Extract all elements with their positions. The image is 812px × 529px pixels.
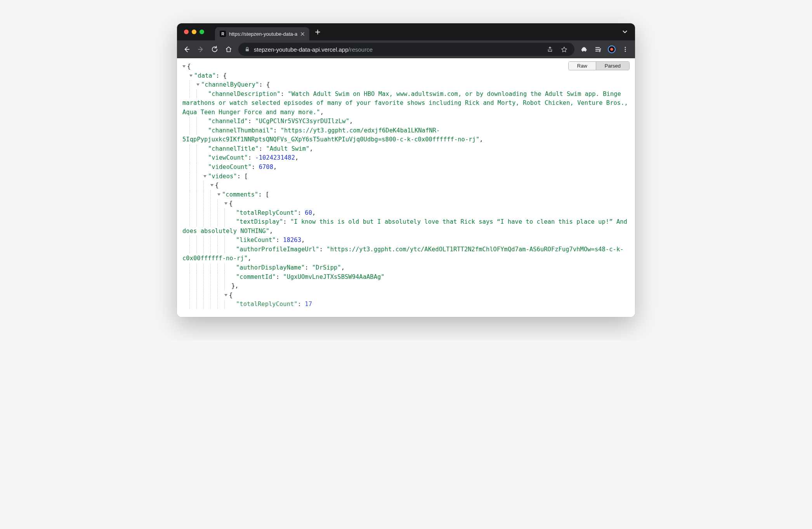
overflow-menu-icon[interactable] (621, 45, 630, 54)
window-titlebar: R https://stepzen-youtube-data-a (177, 23, 635, 40)
json-line[interactable]: "channelId": "UCgPClNr5VSYC3syrDUIlzLw", (182, 117, 630, 126)
json-line[interactable]: }, (182, 282, 630, 291)
profile-avatar[interactable] (608, 45, 616, 53)
json-line[interactable]: "channelThumbnail": "https://yt3.ggpht.c… (182, 126, 630, 144)
reload-button[interactable] (210, 45, 219, 54)
view-toggle-raw[interactable]: Raw (569, 62, 596, 70)
browser-toolbar: stepzen-youtube-data-api.vercel.app/reso… (177, 40, 635, 58)
back-button[interactable] (182, 45, 191, 54)
window-minimize-button[interactable] (192, 30, 196, 34)
new-tab-button[interactable] (315, 29, 321, 35)
json-line[interactable]: "authorProfileImageUrl": "https://yt3.gg… (182, 245, 630, 263)
json-line[interactable]: "viewCount": -1024231482, (182, 153, 630, 163)
json-line[interactable]: "data": { (182, 71, 630, 81)
window-traffic-lights (184, 30, 204, 34)
json-line[interactable]: "textDisplay": "I know this is old but I… (182, 218, 630, 236)
json-viewer[interactable]: { "data": { "channelByQuery": { "channel… (177, 58, 635, 317)
view-toggle: Raw Parsed (568, 61, 630, 70)
share-icon[interactable] (546, 45, 554, 54)
svg-rect-0 (246, 49, 249, 51)
home-button[interactable] (224, 45, 233, 54)
tab-close-icon[interactable] (300, 32, 305, 36)
json-line[interactable]: "channelByQuery": { (182, 80, 630, 90)
view-toggle-parsed[interactable]: Parsed (596, 62, 629, 70)
json-line[interactable]: "likeCount": 18263, (182, 236, 630, 245)
address-bar[interactable]: stepzen-youtube-data-api.vercel.app/reso… (238, 43, 574, 56)
window-close-button[interactable] (184, 30, 189, 34)
tab-favicon: R (220, 31, 226, 37)
svg-point-3 (625, 51, 626, 52)
browser-tab[interactable]: R https://stepzen-youtube-data-a (215, 27, 309, 40)
json-line[interactable]: { (182, 62, 630, 71)
json-line[interactable]: "totalReplyCount": 17 (182, 300, 630, 309)
json-line[interactable]: "authorDisplayName": "DrSipp", (182, 263, 630, 273)
lock-icon (245, 47, 250, 52)
url-display: stepzen-youtube-data-api.vercel.app/reso… (254, 46, 373, 53)
svg-point-1 (625, 47, 626, 48)
json-line[interactable]: "channelTitle": "Adult Swim", (182, 144, 630, 154)
json-line[interactable]: "channelDescription": "Watch Adult Swim … (182, 90, 630, 117)
browser-window: R https://stepzen-youtube-data-a (177, 23, 635, 317)
json-line[interactable]: { (182, 291, 630, 300)
url-path: /resource (349, 46, 373, 53)
tab-overflow-icon[interactable] (622, 29, 628, 35)
extensions-icon[interactable] (580, 45, 588, 54)
json-line[interactable]: "videoCount": 6708, (182, 163, 630, 172)
json-line[interactable]: "videos": [ (182, 172, 630, 181)
forward-button[interactable] (196, 45, 205, 54)
json-line[interactable]: { (182, 199, 630, 209)
url-host: stepzen-youtube-data-api.vercel.app (254, 46, 349, 53)
json-line[interactable]: { (182, 181, 630, 190)
page-content: Raw Parsed { "data": { "channelByQuery":… (177, 58, 635, 317)
svg-point-2 (625, 49, 626, 50)
window-maximize-button[interactable] (200, 30, 204, 34)
bookmark-star-icon[interactable] (560, 45, 568, 54)
playlist-icon[interactable] (594, 45, 602, 54)
json-line[interactable]: "totalReplyCount": 60, (182, 209, 630, 218)
json-line[interactable]: "commentId": "UgxUOmvLneJTXsSBSW94AaABAg… (182, 273, 630, 282)
tab-title: https://stepzen-youtube-data-a (229, 31, 297, 37)
json-line[interactable]: "comments": [ (182, 190, 630, 200)
